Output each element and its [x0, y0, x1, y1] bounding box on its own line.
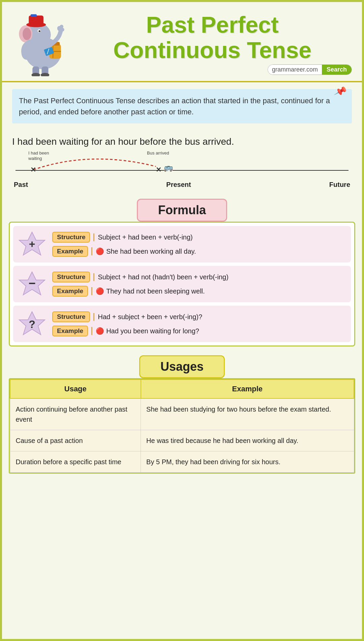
structure-text-neg: Subject + had not (hadn't) been + verb(-… [93, 273, 228, 281]
example-text-neg: 🔴They had not been sleeping well. [91, 287, 205, 295]
search-button[interactable]: Search [322, 65, 352, 75]
minus-shape: − [19, 271, 46, 298]
timeline-markers: Past Present Future [12, 181, 352, 189]
negative-formula-content: Structure Subject + had not (hadn't) bee… [52, 272, 345, 297]
svg-point-3 [23, 28, 31, 40]
example-tag-q: Example [52, 326, 88, 336]
grammareer-bar: grammareer.com Search [268, 64, 352, 75]
formula-section: + Structure Subject + had been + verb(-i… [9, 222, 355, 346]
usage-row-3: Duration before a specific past time By … [10, 451, 354, 473]
timeline-future: Future [329, 181, 350, 189]
formula-heading-wrap: Formula [2, 195, 362, 222]
usages-header-row: Usage Example [10, 380, 354, 398]
usage-cell-3: Duration before a specific past time [10, 451, 141, 473]
header: Past PerfectContinuous Tense grammareer.… [2, 2, 362, 82]
example-text-pos: 🔴She had been working all day. [91, 247, 196, 255]
elephant-svg [12, 9, 71, 76]
pin-icon: 📌 [333, 83, 348, 100]
timeline-line [16, 170, 348, 171]
example-cell-2: He was tired because he had been working… [141, 430, 354, 451]
website-url: grammareer.com [268, 65, 322, 75]
timeline-x-start: ✕ [30, 166, 36, 174]
question-formula-content: Structure Had + subject + been + verb(-i… [52, 311, 345, 336]
usages-heading-wrap: Usages [2, 350, 362, 378]
timeline-arc-svg [16, 148, 348, 172]
structure-tag-neg: Structure [52, 272, 90, 282]
bus-icon: 🚌 [164, 163, 173, 172]
col-example-header: Example [141, 380, 354, 398]
timeline-present: Present [166, 181, 191, 189]
plus-shape: + [19, 231, 46, 258]
svg-text:?: ? [29, 318, 35, 330]
structure-tag-q: Structure [52, 311, 90, 322]
svg-point-21 [61, 28, 64, 31]
negative-structure-line: Structure Subject + had not (hadn't) bee… [52, 272, 345, 282]
svg-text:+: + [29, 238, 35, 250]
svg-point-5 [38, 30, 40, 32]
header-title: Past PerfectContinuous Tense [73, 9, 352, 63]
question-shape: ? [19, 310, 46, 337]
svg-rect-8 [31, 14, 37, 17]
formula-row-positive: + Structure Subject + had been + verb(-i… [13, 226, 351, 262]
formula-row-question: ? Structure Had + subject + been + verb(… [13, 306, 351, 342]
usage-cell-1: Action continuing before another past ev… [10, 398, 141, 430]
title-line1: Past Perfect [146, 12, 278, 37]
usages-table: Usage Example Action continuing before a… [10, 379, 354, 473]
col-usage-header: Usage [10, 380, 141, 398]
structure-text-pos: Subject + had been + verb(-ing) [93, 233, 192, 241]
structure-text-q: Had + subject + been + verb(-ing)? [93, 313, 202, 321]
timeline-x-end: ✕ [156, 166, 161, 174]
example-cell-3: By 5 PM, they had been driving for six h… [141, 451, 354, 473]
positive-structure-line: Structure Subject + had been + verb(-ing… [52, 232, 345, 243]
positive-example-line: Example 🔴She had been working all day. [52, 246, 345, 257]
negative-example-line: Example 🔴They had not been sleeping well… [52, 286, 345, 297]
formula-row-negative: − Structure Subject + had not (hadn't) b… [13, 266, 351, 302]
elephant-illustration [12, 9, 73, 78]
example-cell-1: She had been studying for two hours befo… [141, 398, 354, 430]
example-sentence: I had been waiting for an hour before th… [2, 130, 362, 150]
intro-box: 📌 The Past Perfect Continuous Tense desc… [12, 89, 352, 123]
positive-formula-content: Structure Subject + had been + verb(-ing… [52, 232, 345, 257]
title-line2: Continuous Tense [113, 37, 311, 63]
usage-cell-2: Cause of a past action [10, 430, 141, 451]
example-tag-pos: Example [52, 246, 88, 257]
question-example-line: Example 🔴Had you been waiting for long? [52, 326, 345, 336]
usages-section: Usage Example Action continuing before a… [9, 378, 355, 474]
timeline-section: I had beenwaiting Bus arrived ✕ ✕ 🚌 Past… [2, 150, 362, 195]
svg-rect-7 [29, 16, 43, 25]
question-structure-line: Structure Had + subject + been + verb(-i… [52, 311, 345, 322]
timeline-container: I had beenwaiting Bus arrived ✕ ✕ 🚌 [16, 150, 348, 180]
structure-tag-pos: Structure [52, 232, 90, 243]
example-text-q: 🔴Had you been waiting for long? [91, 327, 199, 335]
usage-row-2: Cause of a past action He was tired beca… [10, 430, 354, 451]
usages-heading: Usages [139, 355, 225, 378]
svg-text:−: − [28, 276, 35, 290]
usage-row-1: Action continuing before another past ev… [10, 398, 354, 430]
timeline-past: Past [14, 181, 28, 189]
example-tag-neg: Example [52, 286, 88, 297]
intro-section: 📌 The Past Perfect Continuous Tense desc… [2, 82, 362, 130]
intro-text: The Past Perfect Continuous Tense descri… [19, 96, 330, 116]
formula-heading: Formula [137, 199, 227, 222]
